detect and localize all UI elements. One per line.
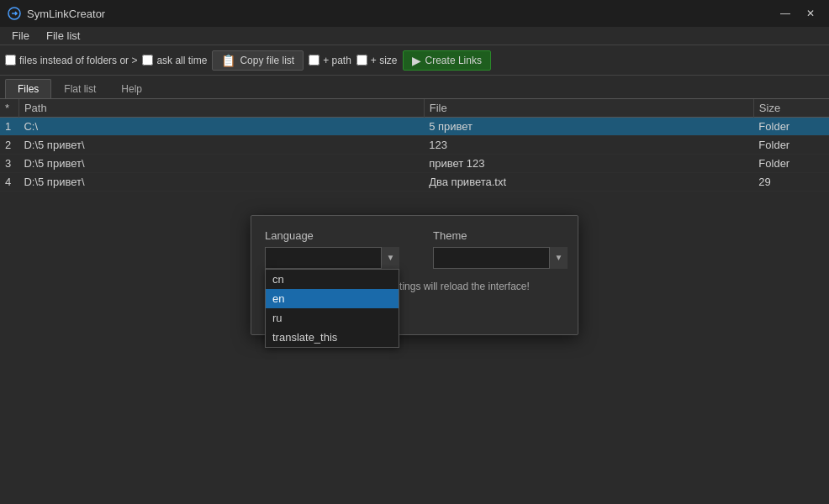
- language-dropdown-open[interactable]: cn en ru translate_this: [265, 269, 399, 348]
- app-icon: [7, 6, 22, 21]
- menu-file-list[interactable]: File list: [38, 28, 88, 44]
- lang-option-translate-this[interactable]: translate_this: [266, 328, 399, 347]
- theme-label: Theme: [433, 229, 568, 242]
- app-title: SymLinkCreator: [27, 8, 774, 20]
- minimize-button[interactable]: —: [774, 5, 797, 22]
- close-button[interactable]: ✕: [799, 5, 822, 22]
- lang-option-ru[interactable]: ru: [266, 308, 399, 328]
- lang-option-en[interactable]: en: [266, 289, 399, 308]
- dialog-overlay: Language ▼ cn en ru translate_this: [0, 45, 829, 504]
- dialog-header: Language ▼ cn en ru translate_this: [265, 229, 564, 269]
- titlebar: SymLinkCreator — ✕: [0, 0, 829, 27]
- language-section: Language ▼ cn en ru translate_this: [265, 229, 399, 269]
- language-input[interactable]: [265, 247, 399, 269]
- menubar: File File list: [0, 27, 829, 45]
- theme-dropdown[interactable]: [433, 247, 568, 269]
- window-controls: — ✕: [774, 5, 822, 22]
- settings-dialog: Language ▼ cn en ru translate_this: [251, 215, 578, 335]
- lang-option-cn[interactable]: cn: [266, 270, 399, 289]
- theme-section: Theme ▼: [433, 229, 568, 269]
- menu-file[interactable]: File: [3, 28, 38, 44]
- language-label: Language: [265, 229, 399, 242]
- main-content: files instead of folders or > ask all ti…: [0, 45, 829, 504]
- language-dropdown-container: ▼ cn en ru translate_this: [265, 247, 399, 269]
